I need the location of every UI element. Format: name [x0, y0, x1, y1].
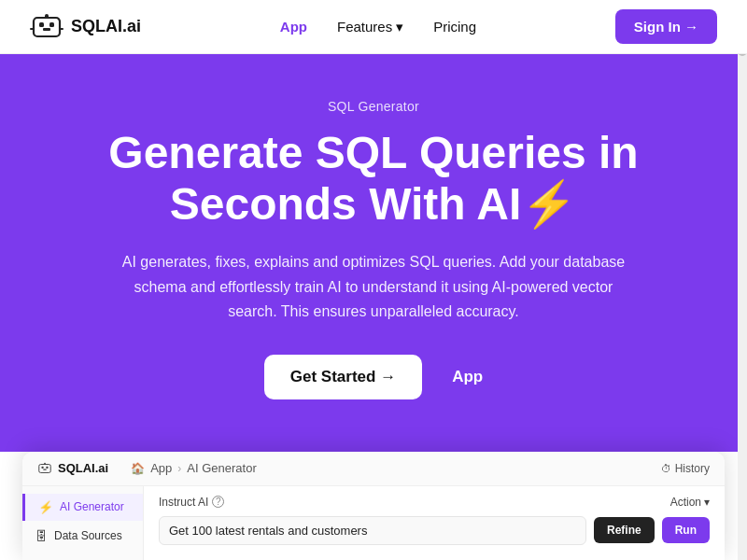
preview-main: Instruct AI ? Action ▾ Get 100 latest re…: [144, 486, 725, 554]
history-icon: ⏱: [661, 463, 671, 474]
svg-rect-10: [46, 466, 48, 468]
sidebar-item-ai-generator[interactable]: ⚡ AI Generator: [22, 494, 143, 521]
run-button[interactable]: Run: [662, 517, 710, 543]
preview-content: ⚡ AI Generator 🗄 Data Sources Instruct A…: [22, 486, 725, 560]
nav-app-link[interactable]: App: [280, 19, 307, 35]
preview-input-row: Get 100 latest rentals and customers Ref…: [159, 516, 710, 545]
get-started-button[interactable]: Get Started →: [264, 355, 422, 399]
app-button[interactable]: App: [452, 368, 483, 386]
hero-title: Generate SQL Queries in Seconds With AI⚡: [30, 127, 717, 230]
svg-rect-11: [43, 469, 47, 469]
breadcrumb-home: App: [150, 461, 172, 475]
history-button[interactable]: ⏱ History: [661, 462, 710, 475]
breadcrumb-current: AI Generator: [187, 461, 256, 475]
nav-features-link[interactable]: Features ▾: [337, 19, 403, 35]
logo-link[interactable]: SQLAI.ai: [30, 10, 141, 44]
preview-topbar: SQLAI.ai 🏠 App › AI Generator ⏱ History: [22, 452, 725, 486]
logo-text: SQLAI.ai: [71, 17, 141, 36]
svg-rect-2: [49, 22, 54, 27]
instruct-label: Instruct AI ?: [159, 496, 224, 509]
data-sources-icon: 🗄: [35, 529, 48, 543]
breadcrumb-separator: ›: [177, 462, 181, 475]
navbar: SQLAI.ai App Features ▾ Pricing Sign In …: [0, 0, 747, 54]
nav-pricing-link[interactable]: Pricing: [433, 19, 476, 35]
action-chevron-icon: ▾: [704, 496, 710, 509]
refine-button[interactable]: Refine: [594, 517, 655, 543]
hero-title-line2: Seconds With AI: [170, 179, 521, 229]
action-button[interactable]: Action ▾: [670, 496, 710, 509]
preview-main-header: Instruct AI ? Action ▾: [159, 496, 710, 509]
breadcrumb: 🏠 App › AI Generator: [131, 461, 257, 475]
hero-section: SQL Generator Generate SQL Queries in Se…: [0, 54, 747, 452]
preview-logo-icon: [37, 461, 52, 476]
lightning-icon: ⚡: [521, 179, 577, 229]
hero-title-line1: Generate SQL Queries in: [108, 128, 638, 177]
sidebar-item-data-sources[interactable]: 🗄 Data Sources: [22, 523, 143, 550]
svg-rect-8: [39, 464, 50, 472]
hero-description: AI generates, fixes, explains and optimi…: [112, 250, 635, 324]
preview-card: SQLAI.ai 🏠 App › AI Generator ⏱ History …: [22, 452, 725, 560]
svg-rect-1: [39, 22, 44, 27]
svg-rect-3: [43, 28, 50, 31]
hero-eyebrow: SQL Generator: [30, 99, 717, 114]
chevron-down-icon: ▾: [396, 19, 403, 35]
sign-in-button[interactable]: Sign In →: [615, 9, 717, 44]
svg-rect-0: [34, 18, 60, 36]
instruct-input[interactable]: Get 100 latest rentals and customers: [159, 516, 586, 545]
nav-links: App Features ▾ Pricing: [280, 19, 476, 35]
logo-icon: [30, 10, 63, 44]
preview-logo: SQLAI.ai: [37, 461, 108, 476]
svg-rect-9: [41, 466, 43, 468]
preview-sidebar: ⚡ AI Generator 🗄 Data Sources: [22, 486, 144, 560]
ai-generator-icon: ⚡: [38, 500, 53, 514]
hero-actions: Get Started → App: [30, 355, 717, 399]
svg-rect-12: [44, 462, 46, 464]
info-icon: ?: [212, 496, 224, 508]
breadcrumb-home-icon: 🏠: [131, 462, 145, 475]
